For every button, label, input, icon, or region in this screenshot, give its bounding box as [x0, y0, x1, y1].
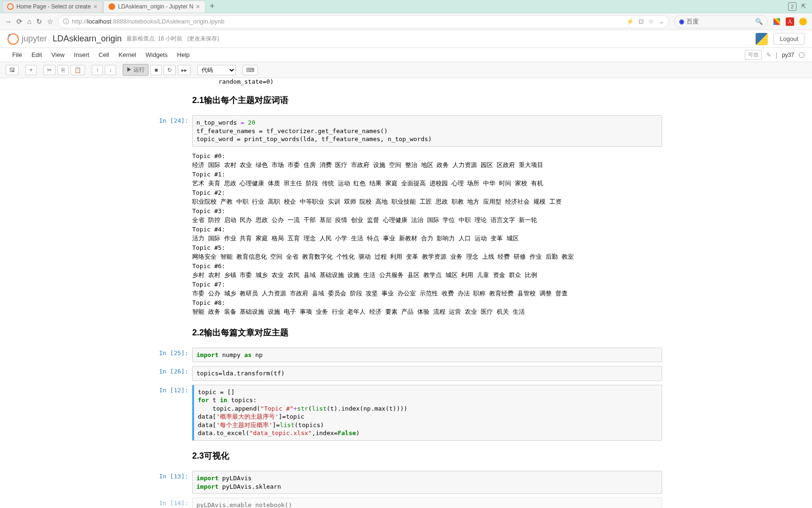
logout-button[interactable]: Logout [773, 33, 804, 45]
restart-button[interactable]: ↻ [164, 65, 176, 75]
heading-2-3: 2.3可视化 [192, 450, 662, 461]
menu-file[interactable]: File [8, 51, 27, 58]
input-prompt: In [24]: [150, 115, 192, 147]
browser-tab-notebook[interactable]: LDAsklearn_origin - Jupyter N × [103, 0, 205, 13]
cut-button[interactable]: ✂ [43, 65, 55, 75]
menubar: File Edit View Insert Cell Kernel Widget… [0, 48, 812, 62]
menu-insert[interactable]: Insert [69, 51, 94, 58]
home-icon[interactable]: ⌂ [27, 17, 31, 25]
heading-2-2: 2.2输出每篇文章对应主题 [192, 327, 662, 338]
copy-button[interactable]: ⎘ [57, 65, 69, 75]
code-input[interactable]: topics=lda.transform(tf) [192, 366, 662, 381]
code-input[interactable]: import pyLDAvis import pyLDAvis.sklearn [192, 471, 662, 494]
browser-tab-home[interactable]: Home Page - Select or create × [2, 0, 102, 13]
tab-counter[interactable]: 2 [788, 2, 796, 11]
notebook-favicon [109, 3, 115, 10]
move-up-button[interactable]: ↑ [92, 65, 103, 75]
heading-2-1: 2.1输出每个主题对应词语 [192, 95, 662, 106]
add-cell-button[interactable]: + [25, 65, 37, 75]
code-fragment: random_state=0) [150, 78, 662, 87]
chevron-down-icon[interactable]: ⌄ [659, 18, 664, 25]
new-tab-button[interactable]: + [206, 1, 219, 11]
tab-title: Home Page - Select or create [16, 3, 91, 10]
search-engine-box[interactable]: ◉ 百度 🔍 [674, 15, 768, 28]
checkpoint-text: 最新检查点: 16 小时前 [126, 35, 182, 43]
interrupt-button[interactable]: ■ [150, 65, 162, 75]
search-icon[interactable]: 🔍 [755, 18, 763, 25]
input-prompt: In [25]: [150, 348, 192, 363]
star-icon[interactable]: ☆ [47, 17, 53, 26]
baidu-icon: ◉ [679, 18, 684, 25]
browser-tab-strip: Home Page - Select or create × LDAsklear… [0, 0, 812, 13]
fit-icon[interactable]: ⊡ [639, 18, 644, 25]
save-button[interactable]: 🖫 [6, 65, 19, 75]
reader-icon[interactable]: ↻ [36, 17, 42, 26]
ext-icon-2[interactable] [799, 17, 807, 26]
flash-icon[interactable]: ⚡ [626, 18, 634, 25]
code-cell-24[interactable]: In [24]: n_top_words = 20 tf_feature_nam… [150, 113, 662, 149]
jupyter-header: jupyter LDAsklearn_origin 最新检查点: 16 小时前 … [0, 30, 812, 48]
info-icon[interactable]: ⓘ [63, 17, 69, 26]
apps-icon[interactable] [773, 17, 781, 26]
pin-icon[interactable]: ⇱ [801, 3, 806, 10]
code-input[interactable]: n_top_words = 20 tf_feature_names = tf_v… [192, 115, 662, 147]
kernel-name[interactable]: py37 [782, 52, 794, 58]
markdown-cell[interactable]: 2.3可视化 [150, 443, 662, 469]
menu-kernel[interactable]: Kernel [114, 51, 141, 58]
close-icon[interactable]: × [196, 3, 200, 10]
notebook-area: random_state=0) 2.1输出每个主题对应词语 In [24]: n… [150, 78, 662, 508]
bookmark-icon[interactable]: ☆ [648, 18, 654, 25]
cell-output-24: Topic #0: 经济 国际 农村 农业 绿色 市场 市委 住房 消费 医疗 … [150, 149, 662, 319]
restart-run-button[interactable]: ▸▸ [178, 65, 191, 75]
run-button[interactable]: ▶ 运行 [123, 64, 148, 76]
url-input[interactable]: ⓘ http://localhost:8888/notebooks/LDAskl… [58, 15, 669, 28]
ext-icon-1[interactable]: 人 [786, 17, 794, 26]
address-bar: → ⟳ ⌂ ↻ ☆ ⓘ http://localhost:8888/notebo… [0, 13, 812, 30]
reload-icon[interactable]: ⟳ [16, 17, 23, 26]
jupyter-logo-text: jupyter [22, 34, 47, 44]
move-down-button[interactable]: ↓ [105, 65, 116, 75]
notebook-title[interactable]: LDAsklearn_origin [53, 34, 122, 44]
toolbar: 🖫 + ✂ ⎘ 📋 ↑ ↓ ▶ 运行 ■ ↻ ▸▸ 代码 ⌨ [0, 62, 812, 78]
jupyter-logo-icon [8, 33, 19, 45]
code-cell-13[interactable]: In [13]: import pyLDAvis import pyLDAvis… [150, 469, 662, 496]
forward-icon[interactable]: → [5, 17, 12, 25]
markdown-cell[interactable]: 2.1输出每个主题对应词语 [150, 87, 662, 113]
jupyter-logo[interactable]: jupyter [8, 33, 47, 45]
pencil-icon[interactable]: ✎ [766, 52, 771, 58]
code-cell-14[interactable]: In [14]: pyLDAvis.enable_notebook() [150, 496, 662, 508]
paste-button[interactable]: 📋 [70, 65, 85, 75]
menu-cell[interactable]: Cell [94, 51, 114, 58]
input-prompt: In [14]: [150, 498, 192, 508]
menu-view[interactable]: View [47, 51, 69, 58]
kernel-status-icon [799, 52, 804, 58]
code-input[interactable]: pyLDAvis.enable_notebook() [192, 498, 662, 508]
trusted-badge[interactable]: 可信 [745, 50, 762, 60]
markdown-cell[interactable]: 2.2输出每篇文章对应主题 [150, 319, 662, 346]
menu-help[interactable]: Help [172, 51, 195, 58]
unsaved-text: (更改未保存) [187, 35, 219, 43]
menu-widgets[interactable]: Widgets [141, 51, 172, 58]
jupyter-favicon [7, 3, 14, 10]
url-text: http://localhost:8888/notebooks/LDAsklea… [72, 18, 225, 25]
input-prompt: In [13]: [150, 471, 192, 494]
command-palette-button[interactable]: ⌨ [242, 65, 258, 75]
code-cell-12[interactable]: In [12]: topic = [] for t in topics: top… [150, 383, 662, 443]
code-input[interactable]: import numpy as np [192, 348, 662, 363]
code-cell-25[interactable]: In [25]: import numpy as np [150, 346, 662, 365]
close-icon[interactable]: × [94, 3, 97, 10]
code-cell-26[interactable]: In [26]: topics=lda.transform(tf) [150, 364, 662, 383]
search-engine-label: 百度 [687, 17, 699, 26]
code-input[interactable]: topic = [] for t in topics: topic.append… [192, 385, 662, 441]
celltype-select[interactable]: 代码 [197, 65, 236, 75]
input-prompt: In [12]: [150, 385, 192, 441]
menu-edit[interactable]: Edit [27, 51, 47, 58]
input-prompt: In [26]: [150, 366, 192, 381]
python-icon [756, 33, 768, 45]
tab-title: LDAsklearn_origin - Jupyter N [118, 3, 193, 10]
